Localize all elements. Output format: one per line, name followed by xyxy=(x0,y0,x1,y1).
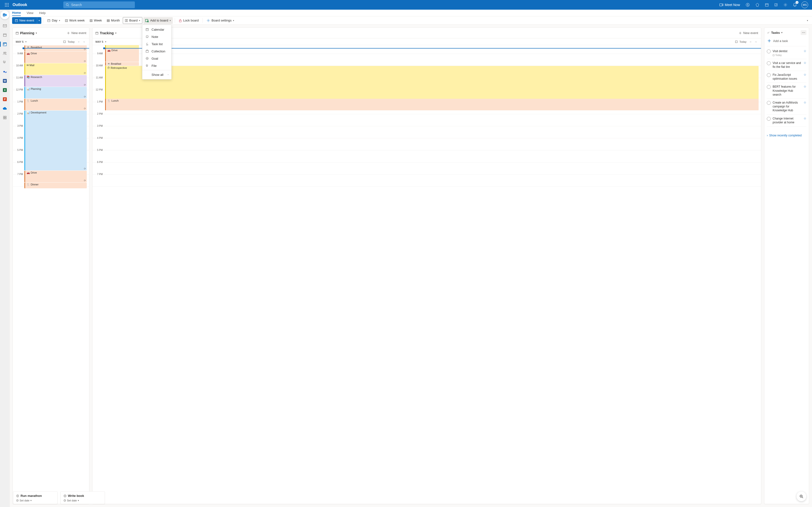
svg-point-1 xyxy=(6,3,7,4)
add-to-board-label: Add to board xyxy=(150,18,168,22)
search-input[interactable]: Search xyxy=(63,1,135,8)
svg-point-7 xyxy=(6,6,7,7)
svg-rect-14 xyxy=(765,4,768,6)
settings-icon[interactable] xyxy=(780,0,790,10)
outlook-logo-icon[interactable]: O xyxy=(0,11,9,19)
svg-text:S: S xyxy=(747,4,749,6)
month-label: Month xyxy=(111,18,120,22)
app-launcher-icon[interactable] xyxy=(2,0,12,10)
new-event-split[interactable]: ▾ xyxy=(37,17,41,24)
rail-mail-icon[interactable] xyxy=(0,21,10,24)
skype-icon[interactable]: S xyxy=(743,0,753,10)
svg-text:O: O xyxy=(3,14,5,16)
svg-rect-64 xyxy=(179,20,181,22)
svg-rect-46 xyxy=(65,19,68,22)
svg-point-6 xyxy=(5,6,6,7)
brand-label: Outlook xyxy=(12,3,27,7)
toolbar-overflow[interactable]: ▾ xyxy=(805,17,810,24)
meet-now-label: Meet Now xyxy=(725,3,740,7)
svg-point-17 xyxy=(785,4,786,6)
lock-board-button[interactable]: Lock board xyxy=(177,17,201,24)
view-workweek-button[interactable]: Work week xyxy=(63,17,87,24)
new-event-button[interactable]: New event xyxy=(12,17,37,24)
svg-rect-16 xyxy=(775,4,777,6)
meet-now-button[interactable]: Meet Now xyxy=(717,0,743,10)
svg-line-10 xyxy=(68,6,69,6)
svg-rect-59 xyxy=(126,19,128,22)
view-week-button[interactable]: Week xyxy=(88,17,104,24)
tab-view[interactable]: View xyxy=(27,10,33,16)
my-day-icon[interactable] xyxy=(762,0,771,10)
svg-point-0 xyxy=(5,3,6,4)
svg-rect-11 xyxy=(720,4,722,6)
tab-help[interactable]: Help xyxy=(39,10,46,16)
workweek-label: Work week xyxy=(69,18,85,22)
svg-point-3 xyxy=(5,5,6,5)
new-event-label: New event xyxy=(19,18,34,22)
view-day-button[interactable]: Day▾ xyxy=(45,17,62,24)
avatar[interactable]: MS xyxy=(801,1,808,8)
svg-point-8 xyxy=(8,6,9,7)
svg-rect-20 xyxy=(5,14,7,16)
notifications-icon[interactable]: 3 xyxy=(790,0,800,10)
svg-rect-42 xyxy=(15,19,18,22)
toolbar: New event ▾ Day▾ Work week Week Month Bo… xyxy=(0,16,812,24)
svg-rect-44 xyxy=(48,19,50,22)
board-label: Board xyxy=(129,18,138,22)
svg-point-5 xyxy=(8,5,9,5)
tips-icon[interactable] xyxy=(771,0,780,10)
premium-icon[interactable] xyxy=(753,0,762,10)
notif-badge: 3 xyxy=(796,1,799,4)
board-settings-label: Board settings xyxy=(211,18,232,22)
lock-board-label: Lock board xyxy=(183,18,199,22)
svg-point-2 xyxy=(8,3,9,4)
svg-rect-53 xyxy=(107,19,109,22)
day-label: Day xyxy=(52,18,57,22)
tab-home[interactable]: Home xyxy=(12,10,21,16)
app-header: Outlook Search Meet Now S 3 MS xyxy=(0,0,812,10)
view-board-button[interactable]: Board▾ xyxy=(123,17,143,24)
svg-point-4 xyxy=(6,5,7,5)
board-settings-button[interactable]: Board settings▾ xyxy=(205,17,236,24)
add-to-board-button[interactable]: Add to board▾ xyxy=(143,17,172,24)
search-placeholder: Search xyxy=(71,3,82,7)
svg-point-9 xyxy=(66,4,68,6)
week-label: Week xyxy=(94,18,102,22)
svg-rect-58 xyxy=(125,19,126,22)
tab-row: Home View Help xyxy=(0,10,812,16)
svg-point-65 xyxy=(208,20,209,21)
view-month-button[interactable]: Month xyxy=(105,17,122,24)
left-rail: O W X P xyxy=(0,10,10,24)
